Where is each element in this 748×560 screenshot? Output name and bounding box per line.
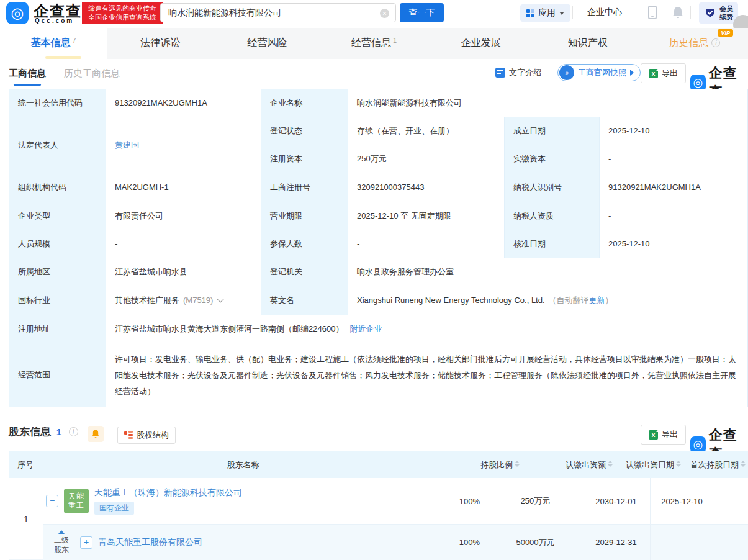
- tab-operating-info[interactable]: 经营信息 1: [320, 28, 427, 59]
- subscribe-date-value: 2029-12-31: [582, 525, 650, 560]
- amount-value: 250万元: [489, 478, 582, 524]
- chevron-down-icon[interactable]: [217, 296, 224, 302]
- field-value: -: [600, 145, 748, 173]
- expand-button[interactable]: +: [80, 536, 92, 549]
- field-label: 人员规模: [9, 230, 106, 258]
- info-icon[interactable]: i: [711, 38, 720, 47]
- tab-operating-risk[interactable]: 经营风险: [214, 28, 320, 59]
- field-value: 江苏省盐城市响水县黄海大道东侧灌河一路南侧（邮编224600） 附近企业: [106, 315, 748, 343]
- nearby-companies-link[interactable]: 附近企业: [349, 323, 382, 335]
- search-input[interactable]: [161, 4, 395, 22]
- equity-structure-label: 股权结构: [137, 430, 169, 441]
- field-value: 2025-12-10: [600, 117, 748, 145]
- field-label: 统一社会信用代码: [9, 89, 106, 117]
- field-label: 注册资本: [261, 145, 348, 173]
- field-value: 存续（在营、开业、在册）: [348, 117, 505, 145]
- triangle-up-icon[interactable]: [58, 530, 65, 534]
- column-header-index: 序号: [9, 459, 43, 471]
- column-header-amount[interactable]: 认缴出资额: [523, 459, 616, 471]
- tab-company-development[interactable]: 企业发展: [428, 28, 534, 59]
- tab-label: 法律诉讼: [140, 37, 180, 50]
- enterprise-center-link[interactable]: 企业中心: [587, 7, 622, 18]
- text-intro-link[interactable]: 文字介绍: [495, 67, 541, 78]
- official-snapshot-button[interactable]: ⌕ 工商官网快照: [557, 64, 641, 81]
- member-badge-icon: [704, 7, 716, 19]
- field-label: 登记状态: [261, 117, 348, 145]
- first-hold-date-value: [650, 525, 713, 560]
- info-icon[interactable]: i: [69, 427, 78, 436]
- legal-representative-link[interactable]: 黄建国: [115, 139, 139, 151]
- tab-history-info[interactable]: VIP 历史信息 i: [641, 28, 748, 59]
- ratio-value: 100%: [408, 525, 489, 560]
- shareholders-section-header: 股东信息 1 i 股权结构 x 导出 ◎ 企查查: [9, 425, 748, 447]
- registered-address: 江苏省盐城市响水县黄海大道东侧灌河一路南侧（邮编224600）: [115, 323, 343, 335]
- qcc-logo-icon[interactable]: ◎: [6, 2, 29, 24]
- shareholder-company-link[interactable]: 青岛天能重工股份有限公司: [98, 537, 202, 548]
- apps-label: 应用: [538, 7, 556, 19]
- tab-legal-proceedings[interactable]: 法律诉讼: [107, 28, 214, 59]
- field-label: 纳税人资质: [505, 202, 600, 230]
- mobile-app-icon[interactable]: [648, 6, 657, 19]
- field-label: 登记机关: [261, 258, 348, 286]
- field-value: -: [600, 202, 748, 230]
- member-label-line1: 会员: [719, 5, 733, 12]
- member-renew-button[interactable]: 会员 续费: [699, 2, 738, 24]
- export-label: 导出: [662, 68, 678, 79]
- field-value: Xiangshui Runeng New Energy Technology C…: [348, 286, 748, 315]
- vip-badge: VIP: [718, 29, 733, 37]
- sort-icon: [608, 461, 613, 467]
- camera-search-icon: ⌕: [559, 65, 574, 80]
- column-header-name: 股东名称: [43, 459, 443, 471]
- english-name: Xiangshui Runeng New Energy Technology C…: [357, 294, 545, 307]
- tab-intellectual-property[interactable]: 知识产权: [534, 28, 641, 59]
- field-label: 实缴资本: [505, 145, 600, 173]
- tab-basic-info[interactable]: 基本信息 7: [0, 28, 107, 59]
- subtab-business-registration[interactable]: 工商信息: [9, 68, 46, 79]
- shareholders-count: 1: [56, 427, 61, 437]
- top-bar: ◎ 企查查 Qcc.com 缔造有远见的商业传奇 全国企业信用查询系统 ✕ 查一…: [0, 0, 748, 26]
- tab-badge: 1: [393, 37, 397, 44]
- monitor-bell-button[interactable]: [88, 426, 104, 442]
- export-button[interactable]: x 导出: [641, 63, 686, 83]
- collapse-button[interactable]: −: [46, 495, 58, 507]
- tab-label: 历史信息: [669, 37, 708, 50]
- search-button[interactable]: 查一下: [400, 3, 444, 22]
- shareholder-company-link[interactable]: 天能重工（珠海）新能源科技有限公司: [94, 487, 242, 499]
- field-label: 注册地址: [9, 315, 106, 343]
- slogan-line2: 全国企业信用查询系统: [88, 13, 156, 22]
- excel-icon: x: [649, 430, 658, 440]
- subscribe-date-value: 2030-12-01: [582, 478, 650, 524]
- field-label: 核准日期: [505, 230, 600, 258]
- sort-icon: [741, 461, 746, 467]
- table-row-sub: 二级 股东 + 青岛天能重工股份有限公司 100% 50000万元 2029-1…: [43, 525, 748, 560]
- export-shareholders-button[interactable]: x 导出: [641, 425, 686, 445]
- clear-search-icon[interactable]: ✕: [380, 9, 389, 18]
- field-value: 响水县政务服务管理办公室: [348, 258, 748, 286]
- field-value: -: [348, 230, 505, 258]
- shareholder-cell: 二级 股东 + 青岛天能重工股份有限公司: [43, 530, 408, 554]
- subtab-history-registration[interactable]: 历史工商信息: [64, 68, 120, 79]
- table-row: − 天能 重工 天能重工（珠海）新能源科技有限公司 国有企业 100% 250万…: [43, 478, 748, 525]
- notification-bell-icon[interactable]: [672, 6, 684, 21]
- divider: [572, 6, 573, 19]
- update-translation-link[interactable]: 更新: [589, 294, 605, 307]
- column-header-first-hold-date[interactable]: 首次持股日期: [685, 459, 748, 471]
- field-value: 其他技术推广服务 (M7519): [106, 286, 261, 315]
- tab-label: 知识产权: [568, 37, 608, 50]
- tier-label: 二级 股东: [48, 530, 74, 554]
- field-value: -: [106, 230, 261, 258]
- field-value: 320921000375443: [348, 173, 505, 202]
- shareholders-table-body: 1 − 天能 重工 天能重工（珠海）新能源科技有限公司 国有企业 100% 25…: [9, 478, 748, 560]
- tab-label: 经营风险: [247, 37, 287, 50]
- field-label: 国标行业: [9, 286, 106, 315]
- field-label: 法定代表人: [9, 117, 106, 173]
- apps-grid-icon: [526, 9, 534, 17]
- apps-button[interactable]: 应用: [520, 4, 570, 22]
- org-chart-icon: [124, 431, 133, 440]
- column-header-ratio[interactable]: 持股比例: [443, 459, 523, 471]
- tab-label: 基本信息: [31, 37, 71, 50]
- column-header-subscribe-date[interactable]: 认缴出资日期: [616, 459, 685, 471]
- equity-structure-button[interactable]: 股权结构: [117, 427, 176, 444]
- field-label: 营业期限: [261, 202, 348, 230]
- qcc-watermark-icon: ◎: [690, 436, 706, 453]
